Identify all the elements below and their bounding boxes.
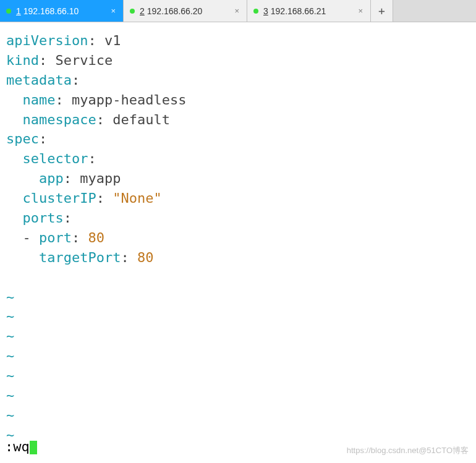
code-line: targetPort: 80 bbox=[6, 248, 470, 268]
code-line: namespace: default bbox=[6, 110, 470, 130]
vim-tilde: ~ bbox=[6, 406, 470, 425]
code-line: clusterIP: "None" bbox=[6, 189, 470, 208]
status-dot-icon bbox=[6, 9, 11, 14]
tab-label: 192.168.66.21 bbox=[271, 6, 326, 16]
new-tab-button[interactable]: + bbox=[371, 0, 393, 22]
code-line: app: myapp bbox=[6, 169, 470, 189]
code-line bbox=[6, 268, 470, 287]
vim-command-line[interactable]: :wq bbox=[5, 437, 37, 457]
vim-tilde: ~ bbox=[6, 425, 470, 445]
code-line: name: myapp-headless bbox=[6, 90, 470, 110]
status-dot-icon bbox=[253, 9, 258, 14]
vim-tilde: ~ bbox=[6, 287, 470, 307]
tab-bar: 1 192.168.66.10 × 2 192.168.66.20 × 3 19… bbox=[0, 0, 476, 22]
tab-index: 1 bbox=[16, 6, 21, 16]
vim-command: :wq bbox=[5, 439, 30, 454]
close-icon[interactable]: × bbox=[233, 6, 240, 15]
code-line: metadata: bbox=[6, 70, 470, 90]
vim-tilde: ~ bbox=[6, 326, 470, 346]
tab-label: 192.168.66.20 bbox=[147, 6, 203, 16]
vim-tilde: ~ bbox=[6, 307, 470, 326]
tab-1[interactable]: 1 192.168.66.10 × bbox=[0, 0, 124, 22]
code-line: - port: 80 bbox=[6, 228, 470, 248]
tab-2[interactable]: 2 192.168.66.20 × bbox=[124, 0, 247, 22]
code-line: kind: Service bbox=[6, 51, 470, 70]
vim-tilde: ~ bbox=[6, 386, 470, 406]
code-line: apiVersion: v1 bbox=[6, 31, 470, 51]
cursor-icon bbox=[30, 441, 37, 454]
tab-3[interactable]: 3 192.168.66.21 × bbox=[247, 0, 371, 22]
code-line: ports: bbox=[6, 208, 470, 228]
code-line: spec: bbox=[6, 129, 470, 149]
close-icon[interactable]: × bbox=[109, 6, 117, 15]
tab-label: 192.168.66.10 bbox=[23, 6, 79, 16]
vim-tilde: ~ bbox=[6, 366, 470, 386]
editor-area[interactable]: apiVersion: v1 kind: Service metadata: n… bbox=[0, 22, 476, 463]
tab-index: 3 bbox=[263, 6, 268, 16]
vim-tilde: ~ bbox=[6, 346, 470, 366]
close-icon[interactable]: × bbox=[357, 6, 364, 15]
code-line: selector: bbox=[6, 149, 470, 169]
tab-index: 2 bbox=[140, 6, 145, 16]
plus-icon: + bbox=[378, 4, 385, 17]
status-dot-icon bbox=[130, 9, 135, 14]
watermark-text: https://blog.csdn.net@51CTO博客 bbox=[347, 445, 469, 457]
